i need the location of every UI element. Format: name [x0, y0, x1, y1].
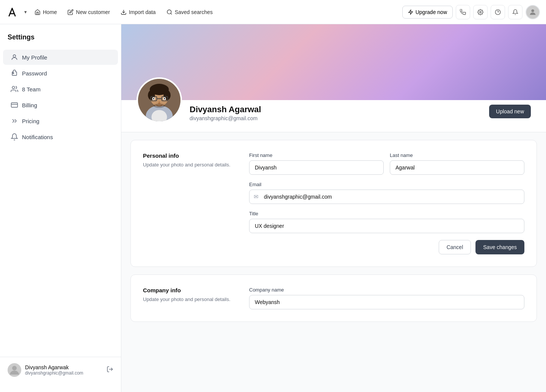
- pricing-icon: [11, 117, 18, 125]
- personal-info-actions: Cancel Save changes: [249, 240, 524, 254]
- first-name-group: First name: [249, 152, 384, 175]
- profile-name: Divyansh Agarwal: [190, 105, 482, 114]
- last-name-group: Last name: [390, 152, 524, 175]
- sidebar-item-my-profile[interactable]: My Profile: [3, 50, 118, 65]
- footer-name: Divyansh Agarwak: [25, 364, 103, 370]
- email-input-wrapper: ✉: [249, 190, 524, 204]
- last-name-label: Last name: [390, 152, 524, 158]
- first-name-label: First name: [249, 152, 384, 158]
- phone-icon-button[interactable]: [456, 5, 470, 19]
- main-layout: Settings My Profile Password 8 Team Bill…: [0, 24, 546, 392]
- nav-home[interactable]: Home: [30, 6, 61, 18]
- billing-icon: [11, 101, 18, 109]
- company-name-input[interactable]: [249, 295, 524, 309]
- company-info-desc: Update your photo and personal details.: [143, 296, 234, 303]
- svg-point-9: [13, 72, 14, 74]
- footer-avatar: [8, 363, 21, 377]
- sidebar-item-password[interactable]: Password: [3, 66, 118, 81]
- personal-info-description: Personal info Update your photo and pers…: [143, 152, 234, 254]
- svg-point-8: [13, 55, 16, 57]
- main-content: Divyansh Agarwal divyanshgraphic@gmail.c…: [121, 24, 546, 392]
- company-name-group: Company name: [249, 287, 524, 309]
- svg-point-29: [154, 103, 165, 108]
- svg-point-10: [12, 86, 15, 89]
- notifications-icon-button[interactable]: [508, 5, 522, 19]
- settings-icon-button[interactable]: [473, 5, 488, 19]
- svg-point-27: [153, 98, 154, 99]
- email-icon: ✉: [254, 193, 259, 200]
- email-input[interactable]: [249, 190, 524, 204]
- sidebar-item-notifications[interactable]: Notifications: [3, 129, 118, 144]
- logout-button[interactable]: [107, 366, 113, 375]
- company-name-label: Company name: [249, 287, 524, 293]
- app-logo[interactable]: [6, 6, 18, 18]
- help-icon-button[interactable]: [491, 5, 505, 19]
- sidebar-footer: Divyansh Agarwak divyanshgraphic@gmail.c…: [0, 357, 121, 383]
- sidebar-item-team[interactable]: 8 Team: [3, 82, 118, 97]
- svg-marker-3: [408, 10, 413, 14]
- top-nav: ▾ Home New customer Import data Saved se…: [0, 0, 546, 24]
- svg-point-4: [480, 11, 481, 13]
- svg-point-1: [167, 10, 171, 14]
- sidebar-nav: My Profile Password 8 Team Billing Prici…: [0, 49, 121, 357]
- title-label: Title: [249, 211, 524, 216]
- footer-info: Divyansh Agarwak divyanshgraphic@gmail.c…: [25, 364, 103, 376]
- profile-icon: [11, 53, 18, 61]
- user-avatar-button[interactable]: [526, 5, 540, 19]
- nav-import-data[interactable]: Import data: [116, 6, 160, 18]
- profile-avatar: [136, 77, 182, 123]
- save-changes-button[interactable]: Save changes: [475, 240, 524, 254]
- profile-avatar-wrapper: [136, 77, 182, 123]
- personal-info-section: Personal info Update your photo and pers…: [130, 140, 537, 267]
- svg-line-2: [171, 13, 172, 14]
- company-info-description: Company info Update your photo and perso…: [143, 287, 234, 309]
- email-group: Email ✉: [249, 182, 524, 204]
- upgrade-button[interactable]: Upgrade now: [402, 6, 453, 19]
- profile-header: Divyansh Agarwal divyanshgraphic@gmail.c…: [121, 100, 546, 132]
- first-name-input[interactable]: [249, 160, 384, 175]
- sidebar-title: Settings: [0, 33, 121, 49]
- topnav-right: Upgrade now: [402, 5, 540, 19]
- svg-point-7: [531, 9, 534, 12]
- personal-info-title: Personal info: [143, 152, 234, 159]
- company-info-layout: Company info Update your photo and perso…: [143, 287, 524, 309]
- company-info-fields: Company name: [249, 287, 524, 309]
- app-dropdown[interactable]: ▾: [23, 8, 28, 16]
- name-row: First name Last name: [249, 152, 524, 175]
- company-info-section: Company info Update your photo and perso…: [130, 274, 537, 322]
- title-group: Title: [249, 211, 524, 233]
- sidebar: Settings My Profile Password 8 Team Bill…: [0, 24, 121, 392]
- sidebar-item-billing[interactable]: Billing: [3, 97, 118, 113]
- notifications-icon: [11, 133, 18, 141]
- cancel-button[interactable]: Cancel: [439, 240, 471, 254]
- personal-info-layout: Personal info Update your photo and pers…: [143, 152, 524, 254]
- personal-info-fields: First name Last name Email ✉: [249, 152, 524, 254]
- nav-new-customer[interactable]: New customer: [63, 6, 114, 18]
- company-info-title: Company info: [143, 287, 234, 293]
- sidebar-item-pricing[interactable]: Pricing: [3, 113, 118, 129]
- svg-point-13: [12, 366, 17, 370]
- email-label: Email: [249, 182, 524, 187]
- password-icon: [11, 69, 18, 77]
- profile-banner: [121, 24, 546, 100]
- personal-info-desc: Update your photo and personal details.: [143, 161, 234, 169]
- svg-rect-11: [11, 103, 18, 107]
- nav-saved-searches[interactable]: Saved searches: [162, 6, 217, 18]
- profile-email: divyanshgraphic@gmail.com: [190, 115, 482, 121]
- upload-new-button[interactable]: Upload new: [489, 105, 531, 118]
- footer-email: divyanshgraphic@gmail.com: [25, 370, 103, 376]
- last-name-input[interactable]: [390, 160, 524, 175]
- title-input[interactable]: [249, 219, 524, 233]
- svg-point-28: [164, 98, 165, 99]
- profile-info: Divyansh Agarwal divyanshgraphic@gmail.c…: [190, 101, 482, 123]
- team-icon: [11, 85, 18, 93]
